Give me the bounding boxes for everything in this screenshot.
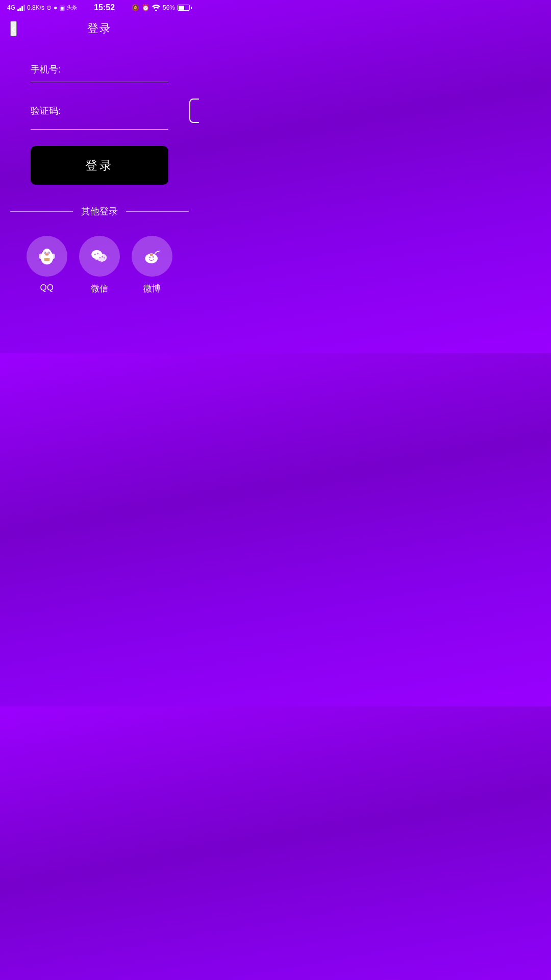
other-login-divider: 其他登录	[10, 205, 189, 217]
get-code-button[interactable]: 获取验证码	[189, 99, 199, 123]
screen-record-icon: ⊙	[46, 4, 52, 11]
page-title: 登录	[87, 21, 112, 36]
phone-label: 手机号:	[31, 63, 61, 76]
toutiao-icon: 头条	[67, 4, 77, 11]
weibo-label: 微博	[143, 283, 161, 295]
svg-rect-12	[49, 258, 52, 262]
svg-point-0	[155, 10, 157, 11]
qq-login-item[interactable]: QQ	[27, 236, 67, 293]
status-bar: 4G 0.8K/s ⊙ ● ▣ 头条 15:52 🔕 ⏰ 56%	[0, 0, 199, 14]
code-label: 验证码:	[31, 105, 61, 117]
qq-circle	[27, 236, 67, 277]
qq-label: QQ	[40, 283, 53, 293]
svg-point-19	[97, 254, 107, 262]
phone-row: 手机号:	[31, 63, 168, 82]
wifi-icon	[152, 5, 160, 11]
status-right: 🔕 ⏰ 56%	[132, 4, 192, 11]
network-speed: 0.8K/s	[27, 4, 44, 11]
wechat-login-item[interactable]: 微信	[79, 236, 120, 295]
svg-point-10	[43, 258, 51, 261]
battery-icon	[178, 5, 192, 11]
svg-point-17	[97, 253, 99, 255]
network-type: 4G	[7, 4, 15, 11]
other-login-section: 其他登录	[0, 205, 199, 295]
clock-icon: ⏰	[142, 4, 149, 11]
code-underline	[31, 129, 168, 130]
svg-point-27	[149, 256, 151, 258]
phone-input[interactable]	[65, 64, 168, 75]
svg-point-16	[94, 254, 96, 256]
divider-left	[10, 211, 73, 212]
code-row: 验证码: 获取验证码	[31, 99, 168, 129]
header: ‹ 登录	[0, 14, 199, 43]
social-icons-row: QQ 微信	[10, 236, 189, 295]
signal-bars	[17, 4, 25, 11]
phone-underline	[31, 82, 168, 82]
qq-icon	[36, 245, 58, 267]
wechat-label: 微信	[91, 283, 108, 295]
svg-point-20	[99, 257, 101, 258]
svg-point-8	[48, 252, 49, 253]
wechat-circle	[79, 236, 120, 277]
svg-point-14	[51, 254, 55, 259]
svg-point-13	[39, 254, 42, 259]
weibo-login-item[interactable]: 微博	[132, 236, 172, 295]
divider-right	[126, 211, 189, 212]
message-icon: ●	[54, 4, 57, 11]
svg-point-30	[150, 254, 153, 256]
weibo-circle	[132, 236, 172, 277]
svg-point-7	[45, 252, 45, 253]
svg-point-21	[102, 256, 103, 257]
svg-point-9	[45, 253, 48, 255]
weibo-icon	[141, 245, 163, 267]
other-login-label: 其他登录	[81, 205, 118, 217]
status-left: 4G 0.8K/s ⊙ ● ▣ 头条	[7, 4, 77, 11]
code-input[interactable]	[65, 106, 183, 116]
back-button[interactable]: ‹	[10, 21, 17, 36]
svg-point-22	[104, 257, 105, 259]
time-display: 15:52	[94, 3, 115, 12]
gallery-icon: ▣	[59, 4, 65, 11]
wechat-icon	[88, 245, 111, 267]
code-left: 验证码:	[31, 105, 183, 117]
login-button[interactable]: 登录	[31, 146, 168, 185]
alarm-icon: 🔕	[132, 4, 139, 11]
svg-point-28	[153, 256, 155, 258]
svg-rect-11	[42, 258, 44, 262]
login-form: 手机号: 验证码: 获取验证码 登录	[0, 43, 199, 185]
battery-percent: 56%	[163, 4, 175, 11]
